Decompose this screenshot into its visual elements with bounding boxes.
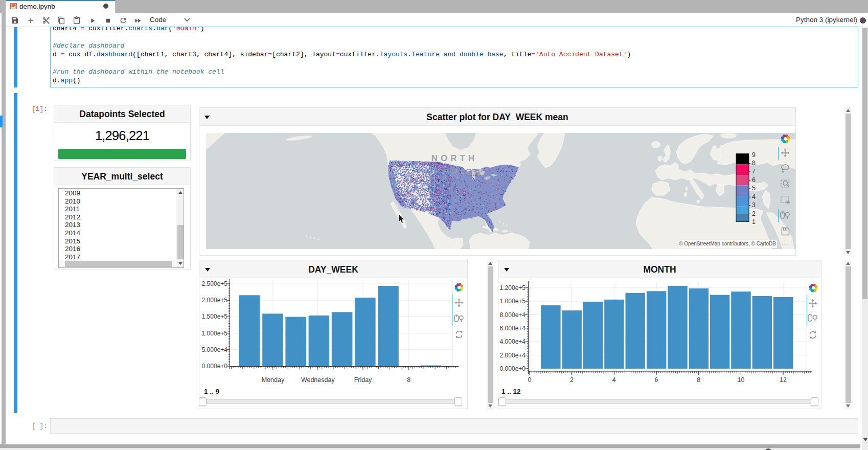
svg-text:6: 6 [655, 376, 658, 384]
svg-text:Monday: Monday [262, 376, 285, 384]
svg-text:4: 4 [612, 376, 616, 384]
svg-text:NORTH: NORTH [431, 153, 477, 163]
svg-text:8: 8 [752, 160, 756, 167]
svg-text:8.000e+4: 8.000e+4 [500, 311, 526, 319]
svg-text:1.500e+5: 1.500e+5 [202, 313, 228, 320]
svg-text:4.000e+4: 4.000e+4 [500, 338, 526, 345]
svg-text:12: 12 [780, 376, 787, 384]
svg-text:2.000e+5: 2.000e+5 [202, 297, 228, 304]
svg-text:5: 5 [752, 185, 756, 192]
svg-text:1.200e+5: 1.200e+5 [500, 284, 526, 291]
svg-text:2: 2 [752, 210, 756, 217]
svg-text:2.500e+5: 2.500e+5 [202, 280, 228, 287]
svg-text:2: 2 [570, 376, 574, 384]
svg-text:6.000e+4: 6.000e+4 [500, 325, 526, 332]
svg-text:3: 3 [752, 201, 756, 209]
svg-text:9: 9 [752, 151, 756, 159]
svg-text:10: 10 [737, 376, 744, 384]
svg-text:6: 6 [752, 176, 756, 184]
svg-text:0.000e+0: 0.000e+0 [500, 365, 526, 372]
svg-text:1.000e+5: 1.000e+5 [202, 330, 228, 337]
svg-text:8: 8 [697, 376, 700, 384]
svg-text:0: 0 [528, 376, 532, 384]
svg-text:8: 8 [407, 376, 410, 384]
svg-text:1: 1 [752, 218, 756, 224]
svg-text:Wednesday: Wednesday [301, 376, 335, 384]
svg-text:1.000e+5: 1.000e+5 [500, 298, 526, 305]
svg-text:7: 7 [752, 168, 756, 175]
svg-text:0.000e+0: 0.000e+0 [202, 363, 228, 370]
svg-text:2.000e+4: 2.000e+4 [500, 352, 526, 359]
svg-text:4: 4 [752, 193, 756, 200]
svg-text:5.000e+4: 5.000e+4 [202, 346, 228, 353]
svg-text:Friday: Friday [354, 376, 372, 384]
